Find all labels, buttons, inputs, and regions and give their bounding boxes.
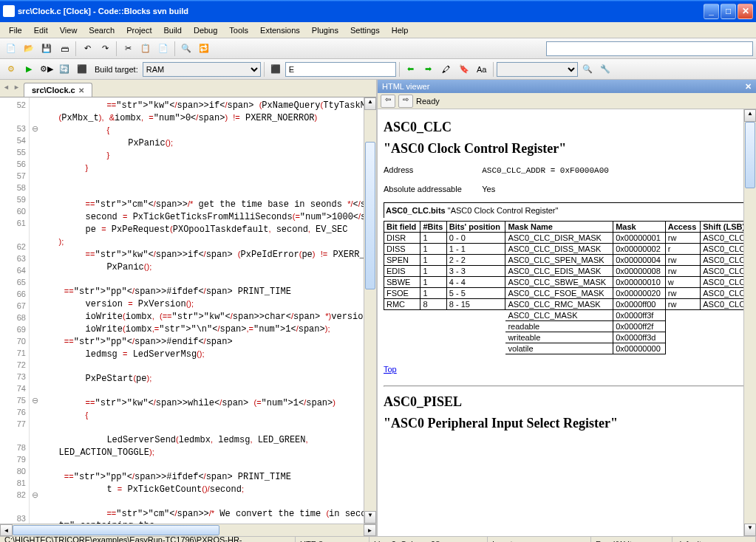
build-toolbar: ⚙ ▶ ⚙▶ 🔄 ⬛ Build target: RAM ⬛ ⬅ ➡ 🖍 🔖 A… (0, 59, 756, 80)
case-icon[interactable]: Aa (474, 61, 490, 78)
menu-help[interactable]: Help (386, 24, 415, 36)
editor-tabbar: ◄ ► src\Clock.c ✕ (0, 80, 376, 97)
status-path: C:\HIGHTEC\TRICORE\examples\EasyRun-TC17… (0, 537, 296, 542)
rebuild-icon[interactable]: 🔄 (56, 61, 72, 78)
menu-file[interactable]: File (3, 24, 28, 36)
editor-hscroll[interactable]: ◄ ► (0, 524, 376, 536)
menu-tools[interactable]: Tools (223, 24, 254, 36)
status-rw: Read/Write (591, 537, 672, 542)
editor-panel: ◄ ► src\Clock.c ✕ 5253545556575859606162… (0, 80, 378, 536)
scroll-up-icon[interactable]: ▲ (744, 109, 756, 122)
maximize-button[interactable]: □ (721, 4, 736, 19)
bookmark-icon[interactable]: 🔖 (456, 61, 472, 78)
copy-icon[interactable]: 📋 (137, 41, 154, 57)
menu-build[interactable]: Build (157, 24, 187, 36)
table-row: volatile0x00000000 (384, 343, 750, 354)
col-header: Bits' position (446, 222, 505, 233)
title-bar: src\Clock.c [Clock] - Code::Blocks svn b… (0, 0, 756, 22)
cut-icon[interactable]: ✂ (120, 41, 136, 57)
prev-icon[interactable]: ⬅ (403, 61, 419, 78)
menu-project[interactable]: Project (120, 24, 157, 36)
menu-view[interactable]: View (54, 24, 84, 36)
table-row: DISR10 - 0ASC0_CLC_DISR_MASK0x00000001rw… (384, 233, 750, 244)
editor-vscroll[interactable]: ▲ ▼ (364, 97, 376, 524)
minimize-button[interactable]: _ (704, 4, 719, 19)
window-title: src\Clock.c [Clock] - Code::Blocks svn b… (18, 7, 704, 16)
register2-desc: "ASC0 Peripheral Input Select Register" (384, 416, 750, 431)
highlight-icon[interactable]: 🖍 (438, 61, 454, 78)
scroll-down-icon[interactable]: ▼ (744, 524, 756, 536)
tab-prev-icon[interactable]: ◄ (3, 83, 13, 97)
status-bar: C:\HIGHTEC\TRICORE\examples\EasyRun-TC17… (0, 536, 756, 542)
tool-icon[interactable]: 🔧 (597, 61, 613, 78)
forward-icon[interactable]: ⇨ (398, 95, 413, 108)
build-run-icon[interactable]: ⚙▶ (38, 61, 55, 78)
save-icon[interactable]: 💾 (38, 41, 55, 57)
viewer-vscroll[interactable]: ▲ ▼ (743, 109, 756, 536)
paste-icon[interactable]: 📄 (155, 41, 171, 57)
tab-next-icon[interactable]: ► (13, 83, 24, 97)
fold-gutter[interactable]: ⊖⊖⊖ (30, 97, 40, 524)
menu-plugins[interactable]: Plugins (306, 24, 344, 36)
register-name: ASC0_CLC (384, 120, 750, 135)
menu-settings[interactable]: Settings (344, 24, 386, 36)
symbol-select[interactable] (497, 62, 578, 77)
search-field[interactable] (285, 62, 396, 77)
tab-label: src\Clock.c (32, 86, 75, 95)
close-button[interactable]: ✕ (738, 4, 753, 19)
replace-icon[interactable]: 🔁 (196, 41, 212, 57)
scroll-down-icon[interactable]: ▼ (364, 511, 376, 524)
scroll-thumb[interactable] (365, 142, 375, 289)
panel-close-icon[interactable]: ✕ (745, 82, 752, 92)
next-icon[interactable]: ➡ (420, 61, 437, 78)
table-row: EDIS13 - 3ASC0_CLC_EDIS_MASK0x00000008rw… (384, 266, 750, 277)
debug-stop-icon[interactable]: ⬛ (268, 61, 284, 78)
table-row: ASC0_CLC_MASK0x0000ff3f (384, 310, 750, 321)
back-icon[interactable]: ⇦ (381, 95, 395, 108)
menu-edit[interactable]: Edit (28, 24, 54, 36)
code-text[interactable]: =="str">"kw"</span>>if</span> (PxNameQue… (40, 97, 364, 524)
top-link[interactable]: Top (384, 365, 397, 374)
build-target-select[interactable]: RAM (143, 62, 261, 77)
table-caption: ASC0_CLC.bits "ASC0 Clock Control Regist… (384, 202, 750, 218)
abs-value: Yes (482, 185, 495, 193)
scroll-up-icon[interactable]: ▲ (364, 97, 376, 110)
menu-extensions[interactable]: Extensions (254, 24, 306, 36)
scroll-right-icon[interactable]: ► (364, 524, 376, 536)
build-icon[interactable]: ⚙ (3, 61, 19, 78)
hscroll-thumb[interactable] (13, 525, 219, 535)
redo-icon[interactable]: ↷ (97, 41, 113, 57)
abs-label: Absolute addressable (384, 185, 480, 193)
address-value: ASC0_CLC_ADDR = 0xF0000A00 (482, 166, 609, 175)
col-header: Access (665, 222, 701, 233)
tab-clock-c[interactable]: src\Clock.c ✕ (24, 83, 92, 97)
col-header: Shift (LSB) (701, 222, 750, 233)
menu-debug[interactable]: Debug (188, 24, 223, 36)
html-viewer-panel: HTML viewer ✕ ⇦ ⇨ Ready ASC0_CLC "ASC0 C… (378, 80, 756, 536)
open-icon[interactable]: 📂 (21, 41, 37, 57)
col-header: #Bits (420, 222, 446, 233)
table-row: SPEN12 - 2ASC0_CLC_SPEN_MASK0x00000004rw… (384, 255, 750, 266)
viewer-content[interactable]: ASC0_CLC "ASC0 Clock Control Register" A… (378, 109, 756, 536)
new-file-icon[interactable]: 📄 (3, 41, 19, 57)
tab-close-icon[interactable]: ✕ (78, 86, 84, 95)
search-symbol-icon[interactable]: 🔍 (579, 61, 596, 78)
line-gutter: 5253545556575859606162636465666768697071… (0, 97, 30, 524)
run-icon[interactable]: ▶ (21, 61, 37, 78)
main-toolbar: 📄 📂 💾 🗃 ↶ ↷ ✂ 📋 📄 🔍 🔁 (0, 38, 756, 59)
panel-title-text: HTML viewer (382, 82, 429, 91)
table-row: SBWE14 - 4ASC0_CLC_SBWE_MASK0x00000010wA… (384, 277, 750, 288)
col-header: Mask (613, 222, 666, 233)
save-all-icon[interactable]: 🗃 (56, 41, 72, 57)
menu-search[interactable]: Search (83, 24, 120, 36)
scroll-thumb[interactable] (745, 122, 755, 188)
table-row: DISS11 - 1ASC0_CLC_DISS_MASK0x00000002rA… (384, 244, 750, 255)
bits-table: Bit field#BitsBits' positionMask NameMas… (384, 221, 750, 354)
col-header: Bit field (384, 222, 420, 233)
col-header: Mask Name (505, 222, 613, 233)
find-icon[interactable]: 🔍 (178, 41, 194, 57)
stop-icon[interactable]: ⬛ (74, 61, 90, 78)
toolbar-combo[interactable] (546, 41, 753, 56)
code-editor[interactable]: 5253545556575859606162636465666768697071… (0, 97, 376, 524)
undo-icon[interactable]: ↶ (79, 41, 95, 57)
